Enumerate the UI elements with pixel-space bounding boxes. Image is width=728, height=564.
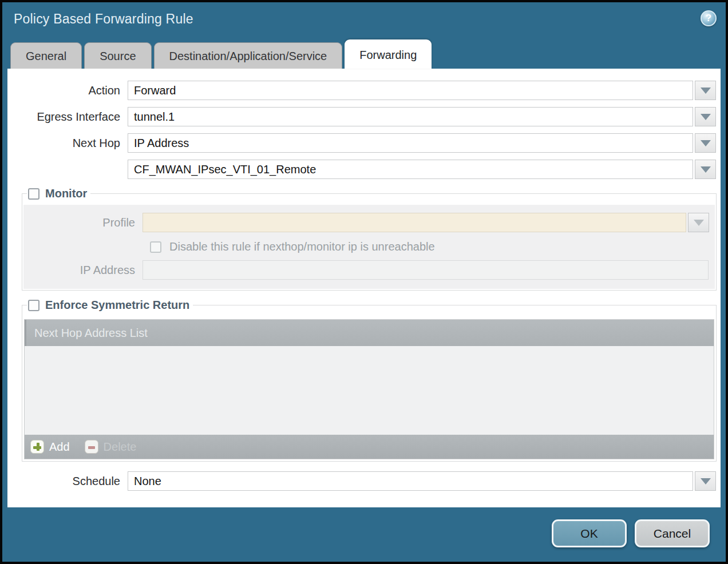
chevron-down-icon — [701, 114, 711, 120]
chevron-down-icon — [701, 88, 711, 94]
monitor-legend: Monitor — [27, 187, 90, 200]
action-label: Action — [7, 84, 128, 97]
cancel-button[interactable]: Cancel — [635, 519, 710, 547]
profile-value-field — [143, 213, 686, 232]
profile-label: Profile — [23, 216, 143, 229]
help-icon: ? — [706, 13, 711, 24]
action-row: Action Forward — [7, 81, 716, 100]
action-dropdown-button[interactable] — [695, 81, 716, 100]
egress-interface-dropdown-button[interactable] — [695, 107, 716, 126]
monitor-disabled-area: Profile Disable this rule if nexthop/mon… — [23, 205, 715, 289]
monitor-section: Monitor Profile Disable this rule if nex… — [22, 187, 717, 291]
dialog-footer: OK Cancel — [2, 505, 726, 562]
schedule-label: Schedule — [7, 475, 128, 488]
tab-destination-application-service[interactable]: Destination/Application/Service — [154, 42, 343, 69]
disable-rule-row: Disable this rule if nexthop/monitor ip … — [150, 240, 709, 253]
chevron-down-icon — [694, 220, 704, 226]
next-hop-address-table: Next Hop Address List Add Delete — [25, 320, 714, 459]
enforce-symmetric-return-checkbox[interactable] — [28, 300, 39, 311]
monitor-ip-address-row: IP Address — [23, 260, 709, 280]
tab-bar: General Source Destination/Application/S… — [2, 39, 726, 69]
monitor-checkbox[interactable] — [28, 188, 39, 200]
profile-dropdown-button — [688, 213, 709, 232]
schedule-row: Schedule None — [7, 471, 716, 491]
dialog-title: Policy Based Forwarding Rule — [14, 11, 193, 27]
chevron-down-icon — [701, 478, 711, 484]
egress-interface-value-field[interactable]: tunnel.1 — [128, 107, 693, 126]
tab-general[interactable]: General — [10, 42, 82, 69]
disable-rule-label: Disable this rule if nexthop/monitor ip … — [169, 240, 435, 253]
next-hop-address-field[interactable]: CF_MWAN_IPsec_VTI_01_Remote — [128, 160, 693, 179]
dialog-titlebar: Policy Based Forwarding Rule ? — [2, 2, 726, 39]
next-hop-address-dropdown-button[interactable] — [695, 160, 716, 179]
egress-interface-row: Egress Interface tunnel.1 — [7, 107, 716, 126]
delete-button-label: Delete — [104, 440, 137, 454]
next-hop-row: Next Hop IP Address — [7, 133, 716, 153]
next-hop-type-field[interactable]: IP Address — [128, 133, 693, 153]
action-value-field[interactable]: Forward — [128, 81, 693, 100]
next-hop-label: Next Hop — [7, 137, 128, 150]
schedule-dropdown-button[interactable] — [695, 471, 716, 491]
delete-icon — [85, 440, 98, 454]
tab-forwarding[interactable]: Forwarding — [345, 39, 432, 69]
monitor-legend-label: Monitor — [45, 187, 87, 200]
add-button[interactable]: Add — [30, 440, 70, 454]
profile-row: Profile — [23, 213, 709, 232]
add-button-label: Add — [49, 440, 70, 454]
monitor-ip-address-field — [143, 260, 709, 280]
next-hop-address-table-header: Next Hop Address List — [25, 320, 714, 346]
enforce-symmetric-return-legend: Enforce Symmetric Return — [27, 299, 193, 312]
delete-button: Delete — [85, 440, 137, 454]
enforce-symmetric-return-section: Enforce Symmetric Return Next Hop Addres… — [22, 299, 717, 462]
ok-button[interactable]: OK — [552, 519, 627, 547]
egress-interface-label: Egress Interface — [7, 110, 128, 124]
tab-source[interactable]: Source — [84, 42, 151, 69]
next-hop-address-table-body[interactable] — [25, 346, 714, 435]
monitor-ip-address-label: IP Address — [23, 264, 143, 277]
forwarding-tab-panel: Action Forward Egress Interface tunnel.1… — [7, 69, 721, 507]
next-hop-dropdown-button[interactable] — [695, 133, 716, 153]
policy-based-forwarding-dialog: Policy Based Forwarding Rule ? General S… — [0, 0, 728, 564]
disable-rule-checkbox — [150, 241, 161, 253]
next-hop-address-row: CF_MWAN_IPsec_VTI_01_Remote — [7, 160, 716, 179]
help-button[interactable]: ? — [701, 10, 717, 26]
chevron-down-icon — [701, 140, 711, 146]
next-hop-address-table-footer: Add Delete — [25, 435, 714, 459]
schedule-value-field[interactable]: None — [128, 471, 693, 491]
enforce-symmetric-return-legend-label: Enforce Symmetric Return — [45, 299, 189, 312]
chevron-down-icon — [701, 166, 711, 173]
add-icon — [30, 440, 44, 454]
